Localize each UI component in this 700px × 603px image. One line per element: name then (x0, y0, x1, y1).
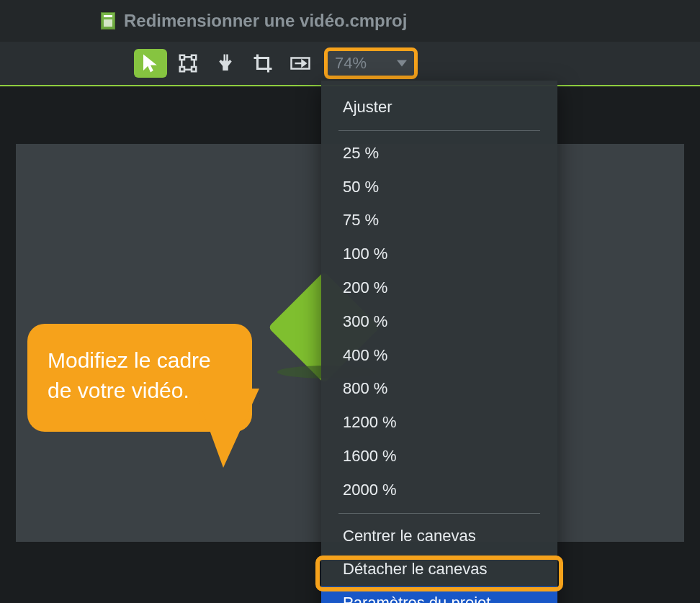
detach-canvas[interactable]: Détacher le canevas (321, 553, 557, 586)
center-canvas[interactable]: Centrer le canevas (321, 520, 557, 553)
svg-rect-2 (180, 67, 184, 71)
zoom-fit[interactable]: Ajuster (321, 91, 557, 124)
zoom-level-1200[interactable]: 1200 % (321, 406, 557, 440)
callout-text: Modifiez le cadre de votre vidéo. (48, 348, 211, 402)
zoom-level-300[interactable]: 300 % (321, 305, 557, 339)
svg-rect-3 (192, 67, 196, 71)
svg-rect-0 (180, 55, 184, 60)
zoom-level-50[interactable]: 50 % (321, 171, 557, 204)
zoom-level-25[interactable]: 25 % (321, 137, 557, 171)
annotation-callout: Modifiez le cadre de votre vidéo. (27, 324, 252, 432)
zoom-menu: Ajuster 25 % 50 % 75 % 100 % 200 % 300 %… (321, 81, 557, 603)
zoom-level-400[interactable]: 400 % (321, 339, 557, 373)
window-title: Redimensionner une vidéo.cmproj (124, 11, 407, 31)
zoom-dropdown[interactable]: 74% (324, 47, 418, 79)
zoom-level-2000[interactable]: 2000 % (321, 473, 557, 507)
chevron-down-icon (397, 60, 407, 67)
svg-rect-1 (192, 55, 196, 60)
motion-tool[interactable] (284, 49, 317, 78)
canvas-toolbar: 74% (0, 42, 700, 86)
zoom-level-200[interactable]: 200 % (321, 271, 557, 305)
edit-points-tool[interactable] (171, 49, 205, 78)
crop-tool[interactable] (246, 49, 279, 78)
zoom-level-1600[interactable]: 1600 % (321, 440, 557, 473)
menu-separator (338, 130, 540, 131)
zoom-level-75[interactable]: 75 % (321, 204, 557, 237)
project-file-icon (101, 12, 115, 30)
pan-tool[interactable] (209, 49, 242, 78)
select-tool[interactable] (134, 49, 167, 78)
menu-separator (338, 513, 540, 514)
zoom-level-100[interactable]: 100 % (321, 237, 557, 271)
zoom-value: 74% (335, 54, 367, 73)
zoom-level-800[interactable]: 800 % (321, 372, 557, 406)
project-settings[interactable]: Paramètres du projet... (321, 586, 557, 603)
titlebar: Redimensionner une vidéo.cmproj (0, 0, 700, 42)
